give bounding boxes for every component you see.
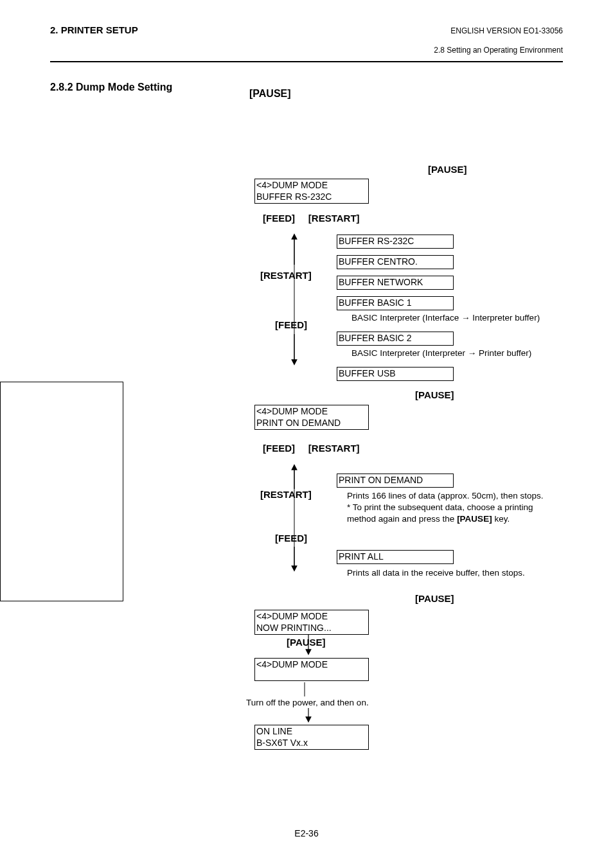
lcd-text: BUFFER RS-232C xyxy=(256,191,332,202)
lcd-buffer-network: BUFFER NETWORK xyxy=(337,276,454,290)
lcd-text: <4>DUMP MODE xyxy=(256,180,328,190)
lcd-buffer-basic2: BUFFER BASIC 2 xyxy=(337,332,454,346)
lcd-buffer-basic1: BUFFER BASIC 1 xyxy=(337,296,454,310)
lcd-print-all: PRINT ALL xyxy=(337,550,454,564)
pause-label-2: [PAUSE] xyxy=(415,389,454,400)
lcd-dump-buffer: <4>DUMP MODE BUFFER RS-232C xyxy=(254,179,369,204)
arrow-vline-2 xyxy=(294,465,295,571)
section-title: 2.8.2 Dump Mode Setting xyxy=(50,82,249,93)
lcd-online: ON LINE B-SX6T Vx.x xyxy=(254,725,369,750)
lcd-buffer-usb: BUFFER USB xyxy=(337,367,454,381)
lcd-text: PRINT ALL xyxy=(339,551,384,562)
desc-ondemand: Prints 166 lines of data (approx. 50cm),… xyxy=(347,490,562,526)
lcd-text: BUFFER CENTRO. xyxy=(339,256,418,267)
arrow-vline-3 xyxy=(304,682,305,698)
lcd-text: BUFFER BASIC 1 xyxy=(339,297,412,308)
desc-bold: [PAUSE] xyxy=(457,514,492,524)
page-number: E2-36 xyxy=(0,828,613,838)
restart-label-left-1: [RESTART] xyxy=(260,270,312,281)
desc-text: Prints 166 lines of data (approx. 50cm),… xyxy=(347,491,543,500)
feed-label-left-1: [FEED] xyxy=(275,319,307,330)
lcd-text: PRINT ON DEMAND xyxy=(339,475,423,485)
lcd-text: BUFFER RS-232C xyxy=(339,236,414,246)
desc-basic2: BASIC Interpreter (Interpreter → Printer… xyxy=(351,348,531,359)
lcd-text: BUFFER USB xyxy=(339,368,396,378)
lcd-print-ondemand: PRINT ON DEMAND xyxy=(337,474,454,488)
header-divider xyxy=(50,61,563,62)
pause-label-top: [PAUSE] xyxy=(249,88,563,100)
lcd-text: <4>DUMP MODE xyxy=(256,659,328,669)
lcd-text: B-SX6T Vx.x xyxy=(256,738,308,748)
lcd-buffer-centro: BUFFER CENTRO. xyxy=(337,255,454,269)
header-chapter: 2. PRINTER SETUP xyxy=(50,24,138,35)
lcd-now-printing: <4>DUMP MODE NOW PRINTING... xyxy=(254,610,369,635)
sidebar-box xyxy=(0,382,123,601)
arrow-down-3 xyxy=(299,634,317,656)
lcd-dump-print: <4>DUMP MODE PRINT ON DEMAND xyxy=(254,405,369,430)
lcd-text: <4>DUMP MODE xyxy=(256,406,328,416)
lcd-dump-only: <4>DUMP MODE xyxy=(254,658,369,681)
lcd-text: BUFFER NETWORK xyxy=(339,277,423,287)
feed-restart-label-1: [FEED] [RESTART] xyxy=(263,213,360,224)
lcd-text: PRINT ON DEMAND xyxy=(256,418,341,428)
lcd-text: NOW PRINTING... xyxy=(256,623,332,633)
desc-text: key. xyxy=(492,514,510,524)
desc-poweroff: Turn off the power, and then on. xyxy=(246,697,369,709)
feed-restart-label-2: [FEED] [RESTART] xyxy=(263,443,360,454)
header-section: 2.8 Setting an Operating Environment xyxy=(50,46,563,55)
pause-label-3: [PAUSE] xyxy=(415,593,454,604)
restart-label-left-2: [RESTART] xyxy=(260,489,312,500)
lcd-buffer-rs232c: BUFFER RS-232C xyxy=(337,235,454,249)
pause-label-1: [PAUSE] xyxy=(428,164,467,175)
feed-label-left-2: [FEED] xyxy=(275,533,307,544)
lcd-text: BUFFER BASIC 2 xyxy=(339,333,412,343)
arrow-down-4 xyxy=(299,708,317,723)
desc-basic1: BASIC Interpreter (Interface → Interpret… xyxy=(351,312,540,324)
desc-printall: Prints all data in the receive buffer, t… xyxy=(347,567,525,579)
arrow-vline-1 xyxy=(294,235,295,366)
header-version: ENGLISH VERSION EO1-33056 xyxy=(450,26,563,35)
lcd-text: <4>DUMP MODE xyxy=(256,611,328,621)
lcd-text: ON LINE xyxy=(256,726,292,736)
